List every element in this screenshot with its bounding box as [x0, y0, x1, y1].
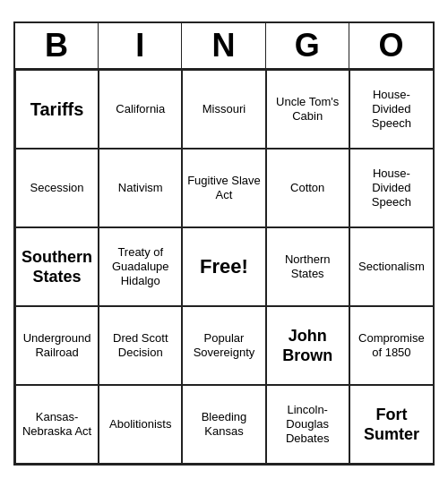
bingo-cell: Tariffs: [15, 70, 99, 149]
bingo-cell: Northern States: [266, 227, 349, 306]
bingo-cell: Dred Scott Decision: [99, 306, 182, 385]
bingo-cell: Popular Sovereignty: [182, 306, 265, 385]
bingo-cell: House-Divided Speech: [349, 149, 433, 227]
bingo-cell: Southern States: [15, 227, 99, 306]
bingo-cell: Sectionalism: [349, 227, 433, 306]
bingo-cell: Compromise of 1850: [349, 306, 433, 385]
bingo-cell: Secession: [15, 149, 99, 227]
header-letter: I: [99, 23, 182, 68]
header-letter: O: [349, 23, 433, 68]
bingo-cell: Treaty of Guadalupe Hidalgo: [99, 227, 182, 306]
bingo-cell: Underground Railroad: [15, 306, 99, 385]
bingo-cell: Cotton: [266, 149, 349, 227]
bingo-cell: Uncle Tom's Cabin: [266, 70, 349, 149]
bingo-cell: Fugitive Slave Act: [182, 149, 265, 227]
bingo-card: BINGO TariffsCaliforniaMissouriUncle Tom…: [13, 21, 435, 466]
bingo-cell: House-Divided Speech: [349, 70, 433, 149]
bingo-cell: Nativism: [99, 149, 182, 227]
header-letter: B: [15, 23, 99, 68]
header-letter: N: [182, 23, 265, 68]
bingo-header: BINGO: [15, 23, 433, 70]
bingo-cell: Bleeding Kansas: [182, 385, 265, 464]
bingo-cell: Abolitionists: [99, 385, 182, 464]
bingo-cell: Kansas-Nebraska Act: [15, 385, 99, 464]
bingo-cell: Lincoln-Douglas Debates: [266, 385, 349, 464]
bingo-cell: California: [99, 70, 182, 149]
bingo-grid: TariffsCaliforniaMissouriUncle Tom's Cab…: [15, 70, 433, 464]
header-letter: G: [266, 23, 349, 68]
bingo-cell: Fort Sumter: [349, 385, 433, 464]
bingo-cell: Missouri: [182, 70, 265, 149]
bingo-cell: Free!: [182, 227, 265, 306]
bingo-cell: John Brown: [266, 306, 349, 385]
